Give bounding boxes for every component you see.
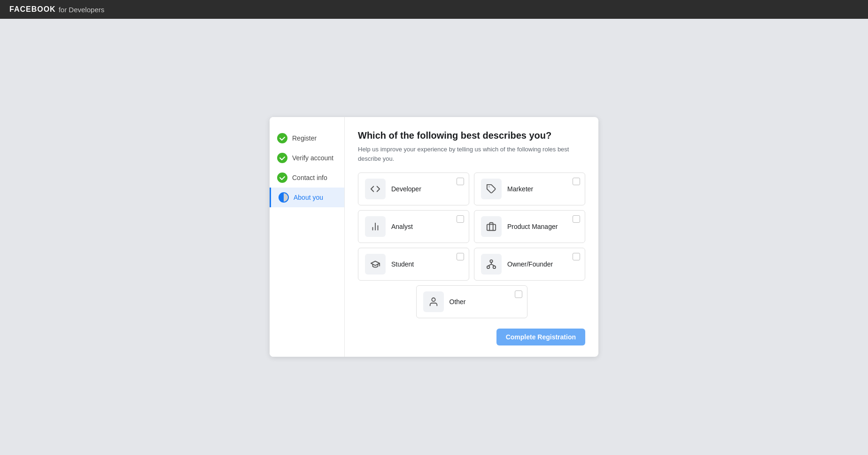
product-manager-checkbox[interactable] <box>573 215 580 223</box>
step-icon-register <box>277 133 287 143</box>
step-icon-about-you <box>279 192 289 203</box>
role-card-analyst[interactable]: Analyst <box>358 210 469 243</box>
sidebar-item-contact-info[interactable]: Contact info <box>270 168 344 188</box>
brand-facebook: FACEBOOK <box>9 5 56 14</box>
page-subtitle: Help us improve your experience by telli… <box>358 145 585 163</box>
sidebar: Register Verify account Contact info <box>270 117 345 357</box>
sidebar-label-register: Register <box>292 134 317 142</box>
step-icon-contact <box>277 173 287 183</box>
analyst-checkbox[interactable] <box>457 215 464 223</box>
other-row: Other <box>358 285 585 318</box>
developer-label: Developer <box>391 185 462 193</box>
sidebar-label-verify-account: Verify account <box>292 154 333 162</box>
student-icon <box>365 254 386 275</box>
analyst-label: Analyst <box>391 223 462 230</box>
student-label: Student <box>391 260 462 268</box>
marketer-checkbox[interactable] <box>573 178 580 185</box>
sidebar-item-verify-account[interactable]: Verify account <box>270 148 344 168</box>
svg-line-14 <box>491 264 494 266</box>
student-checkbox[interactable] <box>457 253 464 260</box>
product-manager-icon <box>481 216 502 237</box>
sidebar-label-contact-info: Contact info <box>292 174 327 181</box>
sidebar-label-about-you: About you <box>294 194 323 201</box>
role-card-developer[interactable]: Developer <box>358 173 469 205</box>
analyst-icon <box>365 216 386 237</box>
sidebar-item-register[interactable]: Register <box>270 128 344 148</box>
other-label: Other <box>450 298 520 306</box>
role-card-marketer[interactable]: Marketer <box>474 173 585 205</box>
page-title: Which of the following best describes yo… <box>358 130 585 141</box>
complete-registration-button[interactable]: Complete Registration <box>496 329 585 345</box>
owner-founder-label: Owner/Founder <box>507 260 578 268</box>
main-content: Which of the following best describes yo… <box>345 117 598 357</box>
other-checkbox[interactable] <box>515 290 522 298</box>
roles-grid: Developer Marketer <box>358 173 585 281</box>
marketer-icon <box>481 179 502 199</box>
role-card-product-manager[interactable]: Product Manager <box>474 210 585 243</box>
marketer-label: Marketer <box>507 185 578 193</box>
product-manager-label: Product Manager <box>507 223 578 230</box>
registration-card: Register Verify account Contact info <box>270 117 598 357</box>
sidebar-item-about-you[interactable]: About you <box>270 188 344 207</box>
role-card-owner-founder[interactable]: Owner/Founder <box>474 248 585 281</box>
other-icon <box>423 291 444 312</box>
svg-rect-8 <box>487 224 496 230</box>
developer-checkbox[interactable] <box>457 178 464 185</box>
brand: FACEBOOK for Developers <box>9 5 104 14</box>
page-content: Register Verify account Contact info <box>0 19 868 455</box>
svg-point-15 <box>432 298 435 301</box>
svg-line-13 <box>488 264 491 266</box>
card-footer: Complete Registration <box>358 323 585 345</box>
owner-founder-icon <box>481 254 502 275</box>
developer-icon <box>365 179 386 199</box>
role-card-student[interactable]: Student <box>358 248 469 281</box>
brand-rest: for Developers <box>59 6 105 14</box>
role-card-other[interactable]: Other <box>416 285 527 318</box>
owner-founder-checkbox[interactable] <box>573 253 580 260</box>
navbar: FACEBOOK for Developers <box>0 0 868 19</box>
step-icon-verify <box>277 153 287 163</box>
